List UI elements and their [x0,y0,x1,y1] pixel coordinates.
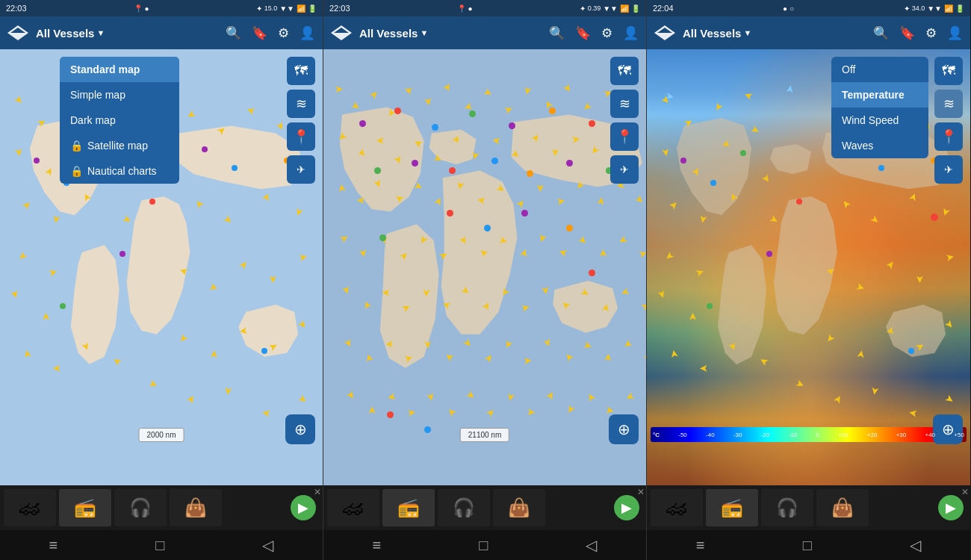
wifi-icon-2: 📶 [620,4,629,13]
time-2: 22:03 [329,4,350,13]
search-icon-2[interactable]: 🔍 [549,25,565,41]
settings-icon-2[interactable]: ⚙ [601,25,612,41]
nav-bar-3: All Vessels ▼ 🔍 🔖 ⚙ 👤 [647,16,970,49]
bookmark-icon-3[interactable]: 🔖 [899,25,915,41]
map-type-btn-3[interactable]: 🗺 [934,57,963,85]
filter-btn-1[interactable]: ✈ [287,155,315,184]
menu-icon-3[interactable]: ≡ [696,537,705,554]
nav-bar-1: All Vessels ▼ 🔍 🔖 ⚙ 👤 [0,16,323,49]
profile-icon-2[interactable]: 👤 [623,25,639,41]
nav-title-3[interactable]: All Vessels ▼ [683,27,751,40]
nautical-charts-label: Nautical charts [87,165,157,177]
ad-banner-2: 🏎 📻 🎧 👜 ▶ ✕ [323,485,646,530]
nav-title-2[interactable]: All Vessels ▼ [359,27,428,40]
weather-windspeed-label: Wind Speed [842,114,899,126]
location-pin-btn-1[interactable]: 📍 [287,122,315,151]
search-icon-3[interactable]: 🔍 [873,25,889,41]
settings-icon-1[interactable]: ⚙ [278,25,289,41]
bottom-nav-3: ≡ □ ◁ [647,530,970,560]
home-icon-1[interactable]: □ [155,537,164,554]
temp-scale-labels: °C -50 -40 -30 -20 -10 0 +10 +20 +30 +40… [651,427,967,442]
wind-btn-1[interactable]: ≋ [287,90,315,118]
ad-close-icon-1[interactable]: ✕ [314,487,321,497]
weather-off-item[interactable]: Off [831,57,928,82]
ad-item-5: 🏎 [327,489,379,526]
status-bar-3: 22:04 ● ○ ✦ 34.0 ▼▼ 📶 🔋 [647,0,970,16]
filter-btn-3[interactable]: ✈ [934,155,963,184]
nav-title-1[interactable]: All Vessels ▼ [36,27,105,40]
map-type-btn-1[interactable]: 🗺 [287,57,315,85]
weather-overlay-menu[interactable]: Off Temperature Wind Speed Waves [831,57,928,158]
profile-icon-3[interactable]: 👤 [947,25,963,41]
lock-icon-2: 🔒 [70,165,83,177]
dropdown-item-nautical[interactable]: 🔒 Nautical charts [60,158,179,184]
weather-waves-item[interactable]: Waves [831,133,928,158]
right-status-3: ✦ 34.0 ▼▼ 📶 🔋 [904,4,964,13]
ad-close-icon-3[interactable]: ✕ [961,487,969,497]
map-area-1[interactable]: ➤ ➤ ➤ ➤ ➤ ➤ ➤ ➤ ➤ ➤ ➤ ➤ ➤ ➤ ➤ ➤ ➤ ➤ ➤ ➤ … [0,49,323,485]
time-3: 22:04 [653,4,674,13]
menu-icon-1[interactable]: ≡ [49,537,58,554]
dropdown-item-dark[interactable]: Dark map [60,108,179,133]
map-type-dropdown[interactable]: Standard map Simple map Dark map 🔒 Satel… [60,57,179,184]
map-area-2[interactable]: ➤ ➤ ➤ ➤ ➤ ➤ ➤ ➤ ➤ ➤ ➤ ➤ ➤ ➤ ➤ ➤ ➤ ➤ ➤ ➤ … [323,49,646,485]
nav-icons-1: 🔍 🔖 ⚙ 👤 [226,25,315,41]
ad-item-10: 📻 [706,489,758,526]
signal-icon-3: ▼▼ [927,4,942,13]
signal-icon-2: ▼▼ [603,4,618,13]
profile-icon-1[interactable]: 👤 [300,25,315,41]
ad-item-6: 📻 [382,489,435,526]
ad-banner-1: 🏎 📻 🎧 👜 ▶ ✕ [0,485,323,530]
settings-icon-3[interactable]: ⚙ [925,25,937,41]
map-type-btn-2[interactable]: 🗺 [610,57,639,85]
ad-item-3: 🎧 [114,489,167,526]
dropdown-item-satellite[interactable]: 🔒 Satellite map [60,133,179,158]
ad-play-btn-1[interactable]: ▶ [291,495,316,520]
wind-btn-2[interactable]: ≋ [610,90,639,118]
app-logo-2 [331,25,352,40]
status-bar-1: 22:03 📍 ● ✦ 15.0 ▼▼ 📶 🔋 [0,0,323,16]
ad-play-btn-2[interactable]: ▶ [614,495,639,520]
gps-icon-3: ● [783,4,787,13]
search-icon-1[interactable]: 🔍 [226,25,241,41]
map-controls-3: 🗺 ≋ 📍 ✈ [934,57,963,184]
filter-btn-2[interactable]: ✈ [610,155,639,184]
back-icon-2[interactable]: ◁ [586,536,597,554]
gps-icon-2: 📍 [457,4,466,13]
home-icon-3[interactable]: □ [803,537,812,554]
weather-off-label: Off [842,63,855,75]
dropdown-item-simple[interactable]: Simple map [60,82,179,108]
ad-item-7: 🎧 [438,489,490,526]
status-icons-2: 📍 ● [457,4,473,13]
back-icon-3[interactable]: ◁ [910,536,921,554]
ad-play-btn-3[interactable]: ▶ [938,495,964,520]
home-icon-2[interactable]: □ [479,537,488,554]
map-area-3[interactable]: ➤ ➤ ➤ ➤ ➤ ➤ ➤ ➤ ➤ ➤ ➤ ➤ ➤ ➤ ➤ ➤ ➤ ➤ ➤ ➤ … [647,49,970,485]
battery-icon-2: 🔋 [631,4,640,13]
status-icons-1: 📍 ● [134,4,149,13]
bookmark-icon-1[interactable]: 🔖 [252,25,267,41]
locate-me-btn-1[interactable]: ⊕ [285,414,315,444]
location-pin-btn-3[interactable]: 📍 [934,122,963,151]
status-bar-2: 22:03 📍 ● ✦ 0.39 ▼▼ 📶 🔋 [323,0,646,16]
locate-me-btn-2[interactable]: ⊕ [609,414,639,444]
signal-icon-1: ▼▼ [279,4,294,13]
menu-icon-2[interactable]: ≡ [373,537,382,554]
location-pin-btn-2[interactable]: 📍 [610,122,639,151]
nav-icons-3: 🔍 🔖 ⚙ 👤 [873,25,963,41]
bookmark-icon-2[interactable]: 🔖 [575,25,591,41]
weather-temperature-item[interactable]: Temperature [831,82,928,108]
back-icon-1[interactable]: ◁ [262,536,273,554]
weather-windspeed-item[interactable]: Wind Speed [831,108,928,133]
bottom-nav-2: ≡ □ ◁ [323,530,646,560]
dropdown-item-standard[interactable]: Standard map [60,57,179,82]
dot-icon: ● [145,4,149,13]
ad-close-icon-2[interactable]: ✕ [637,487,645,497]
phone-panel-1: 22:03 📍 ● ✦ 15.0 ▼▼ 📶 🔋 All Vessels ▼ 🔍 … [0,0,323,560]
standard-map-label: Standard map [70,63,140,75]
ad-item-2: 📻 [59,489,111,526]
wind-btn-3[interactable]: ≋ [934,90,963,118]
network-speed-1: 15.0 [264,4,278,12]
dropdown-arrow-3: ▼ [743,28,751,37]
ad-item-1: 🏎 [4,489,56,526]
